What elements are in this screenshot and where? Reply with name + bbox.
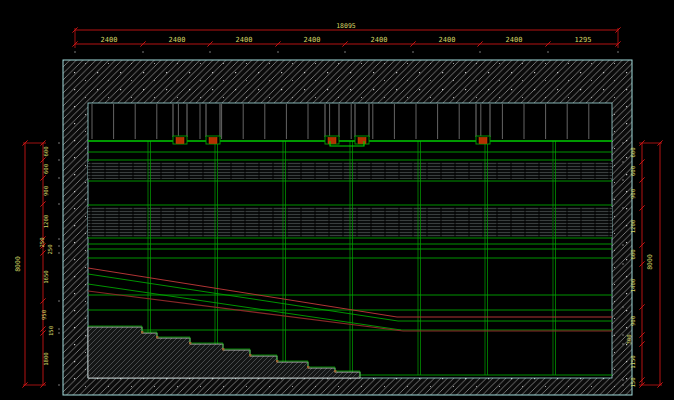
- dim-ref-dot: [74, 51, 76, 53]
- step-nosing: [222, 348, 224, 350]
- step-nosing: [189, 342, 191, 344]
- dim-label: 2400: [506, 36, 523, 44]
- dim-label: 600: [630, 147, 636, 157]
- dim-ref-dot: [58, 332, 60, 334]
- dim-ref-dot: [142, 51, 144, 53]
- dim-label-right-total: 8000: [646, 254, 654, 270]
- dim-ref-dot: [58, 328, 60, 330]
- step-nosing: [334, 370, 336, 372]
- dim-label: 600: [43, 146, 49, 156]
- dim-label: 2400: [371, 36, 388, 44]
- dim-ref-dot: [58, 203, 60, 205]
- dim-ref-dot: [277, 51, 279, 53]
- left-dimension-chain: 8000 600 600 900 1200 250 250 1650 950 1…: [14, 146, 54, 365]
- suspended-ceiling: [88, 104, 612, 146]
- dim-label: 250: [47, 244, 53, 254]
- dim-label: 900: [43, 186, 49, 196]
- dim-ref-dot: [58, 245, 60, 247]
- step-nosing: [156, 336, 158, 338]
- stair-profile: [88, 327, 360, 378]
- dim-ref-dot: [412, 51, 414, 53]
- dim-ref-dot: [622, 142, 624, 144]
- dim-ref-dot: [209, 51, 211, 53]
- dim-label: 1200: [630, 220, 636, 233]
- dim-ref-dot: [547, 51, 549, 53]
- dim-label: 2400: [439, 36, 456, 44]
- step-nosing: [276, 360, 278, 362]
- dim-label-top-total: 18095: [336, 22, 356, 30]
- dim-label: 150: [48, 326, 54, 336]
- downlight-icon: [479, 138, 487, 144]
- downlight-icon: [358, 138, 366, 144]
- dim-ref-dot: [622, 207, 624, 209]
- dim-label: 600: [630, 249, 636, 259]
- dim-ref-dot: [58, 177, 60, 179]
- step-nosing: [307, 366, 309, 368]
- dim-label: 2400: [236, 36, 253, 44]
- dim-label: 950: [41, 310, 47, 320]
- dim-label: 600: [43, 164, 49, 174]
- dim-label: 2400: [101, 36, 118, 44]
- top-dimension-chain: 18095 2400 2400 2400 2400 2400 2400 2400…: [101, 22, 592, 44]
- stepped-stair-slab: [88, 326, 360, 378]
- step-nosing: [141, 331, 143, 333]
- dim-label: 2400: [304, 36, 321, 44]
- truss-line: [88, 284, 401, 330]
- dim-label: 600: [630, 166, 636, 176]
- dim-ref-dot: [622, 343, 624, 345]
- dim-label: 150: [630, 377, 636, 387]
- step-nosing: [249, 354, 251, 356]
- dim-label: 1400: [630, 279, 636, 292]
- dim-label: 250: [39, 237, 45, 247]
- dim-ref-dot: [344, 51, 346, 53]
- dim-ref-dot: [479, 51, 481, 53]
- downlight-icon: [176, 138, 184, 144]
- dim-ref-dot: [622, 379, 624, 381]
- dim-ref-dot: [622, 334, 624, 336]
- dim-ref-dot: [622, 161, 624, 163]
- dim-label: 1200: [43, 215, 49, 228]
- section-drawing-canvas: 18095 2400 2400 2400 2400 2400 2400 2400…: [0, 0, 674, 400]
- dim-label: 1150: [630, 355, 636, 368]
- dim-ref-dot: [622, 179, 624, 181]
- ceiling-hanger-panels: [92, 104, 589, 139]
- dim-ref-dot: [58, 384, 60, 386]
- dim-ref-dot: [622, 306, 624, 308]
- dim-label: 2400: [169, 36, 186, 44]
- dim-ref-dot: [58, 300, 60, 302]
- dim-label: 1800: [43, 352, 49, 365]
- dim-label: 1295: [575, 36, 592, 44]
- dim-ref-dot: [58, 159, 60, 161]
- dim-ref-dot: [622, 244, 624, 246]
- dim-label: 900: [630, 189, 636, 199]
- downlight-icon: [328, 138, 336, 144]
- dim-label: 1650: [43, 270, 49, 283]
- dim-label: 900: [630, 316, 636, 326]
- dim-label-left-total: 8000: [14, 256, 22, 272]
- dim-ref-dot: [58, 238, 60, 240]
- dim-ref-dot: [622, 384, 624, 386]
- dim-label: 300: [626, 334, 632, 344]
- dim-ref-dot: [622, 263, 624, 265]
- dim-ref-dot: [617, 51, 619, 53]
- downlight-icon: [209, 138, 217, 144]
- cad-viewport: 18095 2400 2400 2400 2400 2400 2400 2400…: [0, 0, 674, 400]
- dim-ref-dot: [58, 252, 60, 254]
- dim-ref-dot: [58, 142, 60, 144]
